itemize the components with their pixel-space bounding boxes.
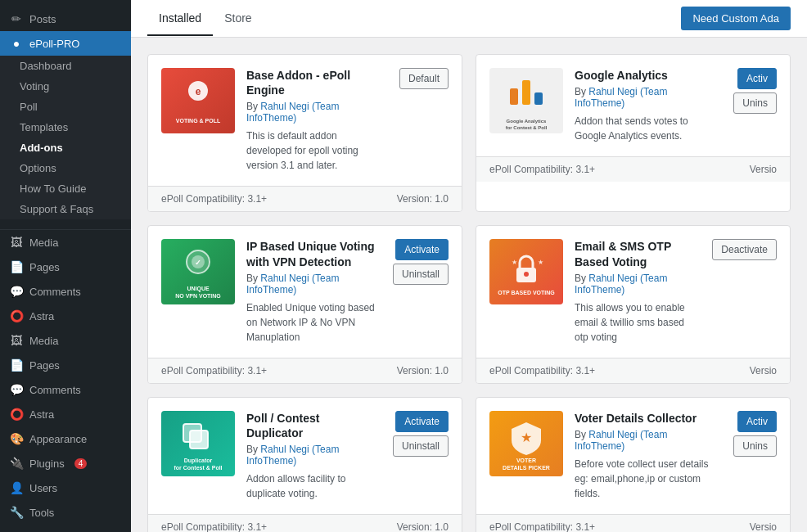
sidebar-item-label: Astra xyxy=(29,310,54,322)
sidebar-item-astra2[interactable]: ⭕ Astra xyxy=(0,402,131,426)
addon-title: Poll / Contest Duplicator xyxy=(246,411,375,440)
sidebar-item-epoll[interactable]: ● ePoll-PRO xyxy=(0,31,131,56)
sidebar-item-voting[interactable]: Voting xyxy=(0,76,131,97)
addon-thumb-ga: Google Analyticsfor Contest & Poll xyxy=(489,68,563,133)
dup-icon xyxy=(174,416,223,457)
sidebar-item-templates[interactable]: Templates xyxy=(0,117,131,138)
sidebar-item-pages2[interactable]: 📄 Pages xyxy=(0,353,131,377)
ga-label: Google Analyticsfor Contest & Poll xyxy=(504,117,549,133)
sidebar-item-label: Appearance xyxy=(29,433,87,445)
btn-default-base[interactable]: Default xyxy=(399,68,449,89)
sidebar-item-label: Plugins xyxy=(29,458,65,470)
addon-actions: Default xyxy=(399,68,449,89)
sidebar-item-tools[interactable]: 🔧 Tools xyxy=(0,500,131,525)
sidebar-item-support[interactable]: Support & Faqs xyxy=(0,199,131,219)
addon-actions: Activ Unins xyxy=(733,68,777,114)
astra-icon: ⭕ xyxy=(10,309,23,322)
addon-compat: ePoll Compatibility: 3.1+ xyxy=(489,521,595,532)
addon-author-link[interactable]: Rahul Negi (Team InfoTheme) xyxy=(246,273,339,295)
pages2-icon: 📄 xyxy=(10,358,23,372)
btn-uninst-ga[interactable]: Unins xyxy=(733,92,777,114)
btn-activate-dup[interactable]: Activate xyxy=(395,411,449,432)
btn-uninstall-ip[interactable]: Uninstall xyxy=(393,264,449,285)
tab-store[interactable]: Store xyxy=(213,2,263,36)
sidebar-item-comments[interactable]: 💬 Comments xyxy=(0,279,131,304)
addon-info: Google Analytics By Rahul Negi (Team Inf… xyxy=(575,68,715,143)
addon-version: Versio xyxy=(750,521,777,532)
addon-author-link[interactable]: Rahul Negi (Team InfoTheme) xyxy=(575,429,667,452)
label: Add-ons xyxy=(20,142,63,154)
addon-card-top: ★ VOTERDETAILS PICKER Voter Details Coll… xyxy=(476,398,790,514)
media2-icon: 🖼 xyxy=(10,334,23,347)
tab-installed[interactable]: Installed xyxy=(147,2,213,36)
sidebar-item-media[interactable]: 🖼 Media xyxy=(0,230,131,255)
addon-footer: ePoll Compatibility: 3.1+ Versio xyxy=(476,358,790,383)
base-addon-icon: e xyxy=(178,76,219,117)
addon-title: Voter Details Collector xyxy=(575,411,715,426)
sidebar-item-how-to-guide[interactable]: How To Guide xyxy=(0,178,131,199)
addon-author-link[interactable]: Rahul Negi (Team InfoTheme) xyxy=(246,444,339,467)
label: Templates xyxy=(20,121,68,133)
addon-card-voter: ★ VOTERDETAILS PICKER Voter Details Coll… xyxy=(476,397,791,532)
addon-thumb-voter: ★ VOTERDETAILS PICKER xyxy=(489,411,563,476)
appearance-icon: 🎨 xyxy=(10,432,23,445)
sidebar-item-label: ePoll-PRO xyxy=(29,38,79,50)
tools-icon: 🔧 xyxy=(10,506,23,519)
addon-author: By Rahul Negi (Team InfoTheme) xyxy=(575,429,715,452)
addon-card-ga: Google Analyticsfor Contest & Poll Googl… xyxy=(476,54,791,212)
addon-compat: ePoll Compatibility: 3.1+ xyxy=(489,164,595,175)
sidebar-item-users[interactable]: 👤 Users xyxy=(0,476,131,500)
label: Dashboard xyxy=(20,60,72,72)
btn-activate-ip[interactable]: Activate xyxy=(395,239,449,260)
addon-desc: Addon that sends votes to Google Analyti… xyxy=(575,114,715,143)
media-icon: 🖼 xyxy=(10,236,23,249)
btn-uninst-voter[interactable]: Unins xyxy=(733,435,777,457)
addon-author: By Rahul Negi (Team InfoTheme) xyxy=(246,273,375,295)
addon-version: Version: 1.0 xyxy=(397,521,449,532)
addon-card-top: Duplicatorfor Contest & Poll Poll / Cont… xyxy=(148,398,462,514)
sidebar-top: ✏ Posts ● ePoll-PRO Dashboard Voting Pol… xyxy=(0,0,131,226)
users-icon: 👤 xyxy=(10,481,23,494)
sidebar-item-dashboard[interactable]: Dashboard xyxy=(0,56,131,76)
sidebar-item-astra[interactable]: ⭕ Astra xyxy=(0,304,131,328)
addon-card-ip: ✓ UNIQUENO VPN VOTING IP Based Unique Vo… xyxy=(147,225,462,383)
astra2-icon: ⭕ xyxy=(10,408,23,421)
posts-icon: ✏ xyxy=(10,12,23,25)
sidebar-item-addons[interactable]: Add-ons xyxy=(0,138,131,158)
addon-actions: Activ Unins xyxy=(733,411,777,457)
addon-author-link[interactable]: Rahul Negi (Team InfoTheme) xyxy=(246,101,339,124)
sidebar-item-label: Posts xyxy=(29,13,56,25)
sidebar-item-pages[interactable]: 📄 Pages xyxy=(0,255,131,279)
addon-author-link[interactable]: Rahul Negi (Team InfoTheme) xyxy=(575,273,667,295)
addon-title: IP Based Unique Voting with VPN Detectio… xyxy=(246,239,375,268)
btn-active-voter[interactable]: Activ xyxy=(737,411,777,432)
voter-icon: ★ xyxy=(502,416,551,457)
addon-author-link[interactable]: Rahul Negi (Team InfoTheme) xyxy=(575,86,667,109)
sidebar-item-comments2[interactable]: 💬 Comments xyxy=(0,377,131,402)
sidebar-item-plugins[interactable]: 🔌 Plugins 4 xyxy=(0,451,131,476)
addon-desc: Before vote collect user details eg: ema… xyxy=(575,457,715,501)
sidebar-item-poll[interactable]: Poll xyxy=(0,97,131,117)
svg-text:✓: ✓ xyxy=(195,259,201,267)
sidebar-item-media2[interactable]: 🖼 Media xyxy=(0,328,131,353)
sidebar-item-appearance[interactable]: 🎨 Appearance xyxy=(0,426,131,451)
thumb-svg: Duplicatorfor Contest & Poll xyxy=(161,411,235,476)
sidebar-item-posts[interactable]: ✏ Posts xyxy=(0,7,131,31)
svg-point-10 xyxy=(524,272,529,277)
addon-compat: ePoll Compatibility: 3.1+ xyxy=(161,365,267,376)
label: Support & Faqs xyxy=(20,203,93,215)
addon-card-dup: Duplicatorfor Contest & Poll Poll / Cont… xyxy=(147,397,462,532)
addon-actions: Deactivate xyxy=(712,239,777,260)
sidebar-item-options[interactable]: Options xyxy=(0,158,131,178)
btn-deactivate-otp[interactable]: Deactivate xyxy=(712,239,777,260)
tab-label: Store xyxy=(224,11,251,25)
btn-active-ga[interactable]: Activ xyxy=(737,68,777,89)
sidebar-section-wp: 🖼 Media 📄 Pages 💬 Comments ⭕ Astra 🖼 Med… xyxy=(0,229,131,532)
addon-desc: Enabled Unique voting based on Network I… xyxy=(246,300,375,345)
thumb-label: VOTING & POLL xyxy=(176,117,220,124)
addon-actions: Activate Uninstall xyxy=(393,411,449,457)
btn-uninstall-dup[interactable]: Uninstall xyxy=(393,435,449,457)
need-custom-button[interactable]: Need Custom Ada xyxy=(681,7,791,30)
addon-footer: ePoll Compatibility: 3.1+ Version: 1.0 xyxy=(148,186,462,211)
sidebar-item-settings[interactable]: ⚙ Settings xyxy=(0,525,131,532)
